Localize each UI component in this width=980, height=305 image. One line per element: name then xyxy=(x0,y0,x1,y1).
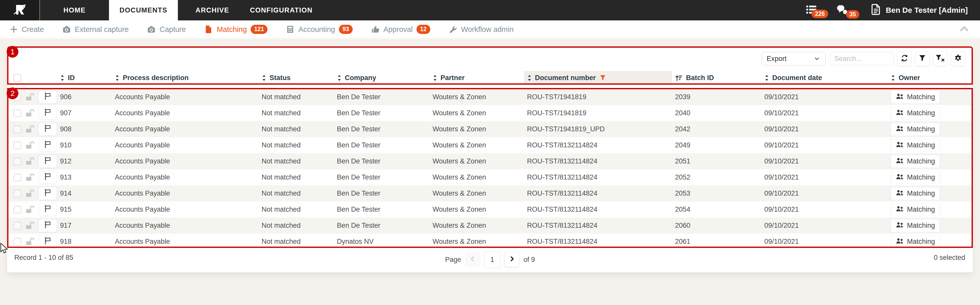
sort-icon[interactable] xyxy=(527,74,532,82)
column-header-company[interactable]: Company xyxy=(334,71,430,85)
sort-icon[interactable] xyxy=(262,74,266,82)
table-row[interactable]: 910 Accounts Payable Not matched Ben De … xyxy=(7,137,973,153)
flag-button[interactable] xyxy=(38,171,57,184)
column-header-document-date[interactable]: Document date xyxy=(761,71,888,85)
owner-button[interactable]: Matching xyxy=(891,139,940,152)
sort-icon[interactable] xyxy=(433,74,438,82)
export-dropdown[interactable]: Export xyxy=(762,52,826,65)
cell-partner: Wouters & Zonen xyxy=(430,93,524,101)
column-header-process-description[interactable]: Process description xyxy=(112,71,259,85)
flag-button[interactable] xyxy=(38,187,57,200)
owner-button[interactable]: Matching xyxy=(891,123,940,136)
row-checkbox[interactable] xyxy=(14,157,21,165)
cell-company: Ben De Tester xyxy=(334,222,430,230)
row-checkbox[interactable] xyxy=(14,206,21,213)
column-header-batch-id[interactable]: Batch ID xyxy=(672,71,761,85)
clear-filter-button[interactable] xyxy=(933,51,947,66)
row-checkbox[interactable] xyxy=(14,125,21,133)
page-number-input[interactable] xyxy=(484,251,501,268)
external-capture-button[interactable]: External capture xyxy=(62,25,129,34)
flag-button[interactable] xyxy=(38,235,57,248)
table-row[interactable]: 918 Accounts Payable Not matched Dynatos… xyxy=(7,234,973,249)
flag-button[interactable] xyxy=(38,107,57,119)
owner-button[interactable]: Matching xyxy=(891,171,940,184)
search-input[interactable] xyxy=(830,52,894,65)
approval-tab[interactable]: Approval 12 xyxy=(371,25,430,34)
table-row[interactable]: 914 Accounts Payable Not matched Ben De … xyxy=(7,186,973,202)
app-logo[interactable] xyxy=(0,0,40,21)
table-row[interactable]: 913 Accounts Payable Not matched Ben De … xyxy=(7,169,973,186)
flag-button[interactable] xyxy=(38,139,57,152)
column-label: ID xyxy=(68,74,75,82)
tab-documents[interactable]: DOCUMENTS xyxy=(109,0,178,21)
sort-icon[interactable] xyxy=(337,74,342,82)
chevron-right-icon xyxy=(508,255,516,264)
owner-button[interactable]: Matching xyxy=(891,155,940,168)
create-button[interactable]: Create xyxy=(10,25,44,34)
flag-button[interactable] xyxy=(38,91,57,103)
users-icon xyxy=(896,189,904,198)
owner-button[interactable]: Matching xyxy=(891,187,940,200)
cell-owner: Matching xyxy=(888,203,973,216)
table-settings-button[interactable] xyxy=(951,51,965,66)
flag-button[interactable] xyxy=(38,219,57,232)
column-header-status[interactable]: Status xyxy=(259,71,334,85)
cell-status: Not matched xyxy=(259,157,334,165)
row-checkbox[interactable] xyxy=(14,222,21,230)
column-label: Owner xyxy=(899,74,920,82)
column-header-partner[interactable]: Partner xyxy=(430,71,524,85)
tab-archive[interactable]: ARCHIVE xyxy=(178,0,247,21)
flag-button[interactable] xyxy=(38,123,57,136)
cell-status: Not matched xyxy=(259,205,334,213)
cell-owner: Matching xyxy=(888,107,973,119)
active-filter-icon[interactable] xyxy=(600,75,606,81)
cell-process-description: Accounts Payable xyxy=(112,173,259,181)
row-checkbox[interactable] xyxy=(14,93,21,101)
cell-partner: Wouters & Zonen xyxy=(430,238,524,246)
users-icon xyxy=(896,222,904,230)
tab-configuration[interactable]: CONFIGURATION xyxy=(247,0,316,21)
table-row[interactable]: 912 Accounts Payable Not matched Ben De … xyxy=(7,153,973,169)
refresh-button[interactable] xyxy=(897,51,912,66)
capture-button[interactable]: Capture xyxy=(147,25,186,34)
column-header-owner[interactable]: Owner xyxy=(888,71,973,85)
sort-icon[interactable] xyxy=(891,74,896,82)
workflow-admin-button[interactable]: Workflow admin xyxy=(449,25,514,34)
sort-ascending-icon[interactable] xyxy=(675,74,683,82)
task-list-button[interactable]: 226 xyxy=(806,5,817,16)
row-checkbox[interactable] xyxy=(14,190,21,197)
accounting-tab[interactable]: Accounting 93 xyxy=(286,25,352,34)
row-checkbox[interactable] xyxy=(14,238,21,246)
collapse-toolbar-button[interactable] xyxy=(959,23,970,36)
table-row[interactable]: 908 Accounts Payable Not matched Ben De … xyxy=(7,121,973,137)
cell-process-description: Accounts Payable xyxy=(112,189,259,197)
flag-button[interactable] xyxy=(38,203,57,216)
next-page-button[interactable] xyxy=(504,252,519,267)
messages-button[interactable]: 35 xyxy=(836,4,848,16)
row-checkbox[interactable] xyxy=(14,141,21,149)
sort-icon[interactable] xyxy=(60,74,65,82)
owner-button[interactable]: Matching xyxy=(891,219,940,232)
table-row[interactable]: 915 Accounts Payable Not matched Ben De … xyxy=(7,202,973,218)
filter-button[interactable] xyxy=(915,51,929,66)
column-header-id[interactable]: ID xyxy=(57,71,112,85)
row-checkbox[interactable] xyxy=(14,110,21,117)
owner-button[interactable]: Matching xyxy=(891,203,940,216)
flag-button[interactable] xyxy=(38,155,57,168)
owner-button[interactable]: Matching xyxy=(891,235,940,248)
column-header-document-number[interactable]: Document number xyxy=(524,71,672,85)
owner-button[interactable]: Matching xyxy=(891,91,940,103)
sort-icon[interactable] xyxy=(115,74,120,82)
select-all-checkbox[interactable] xyxy=(14,74,21,82)
tab-home[interactable]: HOME xyxy=(40,0,109,21)
table-row[interactable]: 917 Accounts Payable Not matched Ben De … xyxy=(7,218,973,234)
sort-icon[interactable] xyxy=(764,74,769,82)
user-menu[interactable]: Ben De Tester [Admin] xyxy=(870,3,968,17)
row-checkbox[interactable] xyxy=(14,174,21,181)
owner-button[interactable]: Matching xyxy=(891,107,940,119)
matching-tab[interactable]: Matching 121 xyxy=(204,25,267,34)
table-row[interactable]: 907 Accounts Payable Not matched Ben De … xyxy=(7,105,973,121)
header-select-cell xyxy=(7,71,57,85)
previous-page-button[interactable] xyxy=(465,252,480,267)
table-row[interactable]: 906 Accounts Payable Not matched Ben De … xyxy=(7,89,973,105)
